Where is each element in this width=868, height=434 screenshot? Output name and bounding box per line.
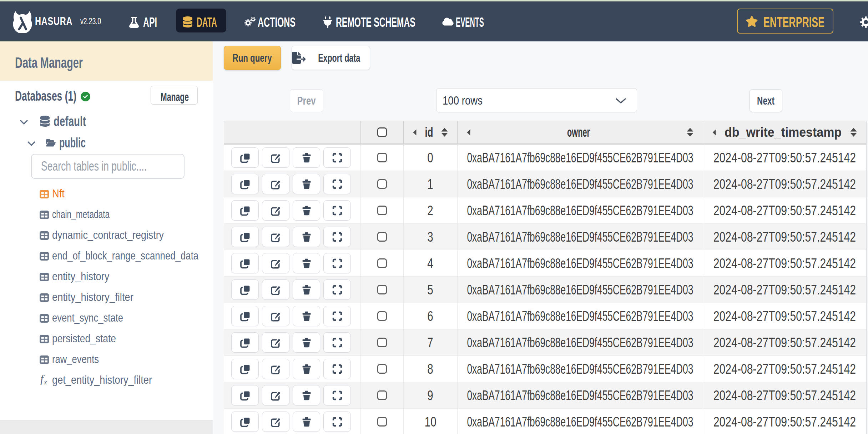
svg-text:x: x — [44, 379, 47, 385]
